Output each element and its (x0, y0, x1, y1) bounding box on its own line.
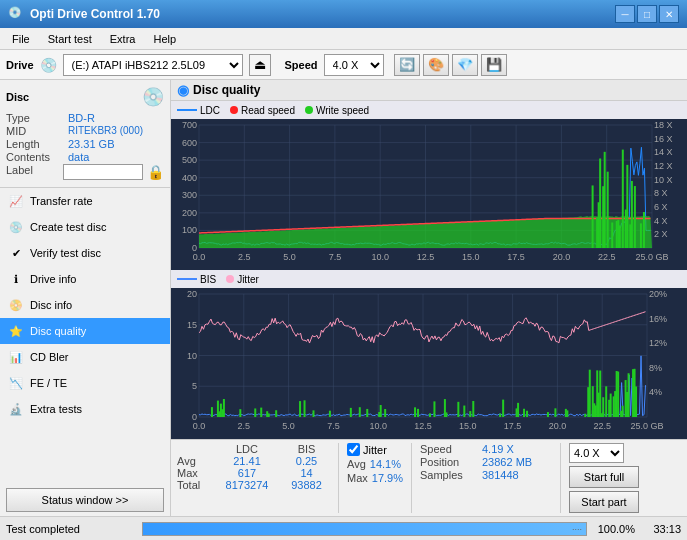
sidebar-item-fe-te[interactable]: 📉 FE / TE (0, 370, 170, 396)
legend-bis: BIS (177, 274, 216, 285)
ldc-avg: 21.41 (217, 455, 277, 467)
menu-help[interactable]: Help (145, 31, 184, 47)
chart-bottom (171, 288, 687, 439)
chart-legend-bottom: BIS Jitter (171, 270, 687, 288)
main-layout: Disc 💿 Type BD-R MID RITEKBR3 (000) Leng… (0, 80, 687, 516)
extra-tests-icon: 🔬 (8, 401, 24, 417)
drive-select[interactable]: (E:) ATAPI iHBS212 2.5L09 (63, 54, 243, 76)
quality-icon: ◉ (177, 82, 189, 98)
max-label: Max (177, 467, 215, 479)
disc-row-length: Length 23.31 GB (6, 138, 164, 150)
minimize-button[interactable]: ─ (615, 5, 635, 23)
legend-jitter: Jitter (226, 274, 259, 285)
speed-label: Speed (285, 59, 318, 71)
action-btn-4[interactable]: 💾 (481, 54, 507, 76)
start-full-button[interactable]: Start full (569, 466, 639, 488)
jitter-avg: 14.1% (370, 458, 401, 470)
chart-legend-top: LDC Read speed Write speed (171, 101, 687, 119)
sidebar-item-disc-info[interactable]: 📀 Disc info (0, 292, 170, 318)
bis-total: 93882 (279, 479, 334, 491)
samples-val: 381448 (482, 469, 552, 481)
bis-max: 14 (279, 467, 334, 479)
stats-grid: LDC BIS Avg 21.41 0.25 Max 617 14 Total … (177, 443, 334, 491)
jitter-avg-label: Avg (347, 458, 366, 470)
drive-disc-icon: 💿 (40, 57, 57, 73)
total-label: Total (177, 479, 215, 491)
label-input[interactable] (63, 164, 143, 180)
bis-col-header: BIS (279, 443, 334, 455)
disc-cd-icon: 💿 (142, 86, 164, 108)
drive-label: Drive (6, 59, 34, 71)
label-icon[interactable]: 🔒 (147, 164, 164, 180)
menu-file[interactable]: File (4, 31, 38, 47)
chart-top-canvas (171, 119, 687, 270)
jitter-max: 17.9% (372, 472, 403, 484)
speed-stats: Speed 4.19 X Position 23862 MB Samples 3… (416, 443, 556, 481)
drive-info-icon: ℹ (8, 271, 24, 287)
disc-row-label: Label 🔒 (6, 164, 164, 180)
sidebar-item-extra-tests[interactable]: 🔬 Extra tests (0, 396, 170, 422)
status-time: 33:13 (641, 523, 681, 535)
ldc-max: 617 (217, 467, 277, 479)
ldc-col-header: LDC (217, 443, 277, 455)
cd-bler-icon: 📊 (8, 349, 24, 365)
disc-quality-icon: ⭐ (8, 323, 24, 339)
action-btn-1[interactable]: 🔄 (394, 54, 420, 76)
disc-info-icon: 📀 (8, 297, 24, 313)
nav-items: 📈 Transfer rate 💿 Create test disc ✔ Ver… (0, 188, 170, 484)
position-label: Position (420, 456, 478, 468)
progress-percent: 100.0% (593, 523, 635, 535)
start-part-button[interactable]: Start part (569, 491, 639, 513)
close-button[interactable]: ✕ (659, 5, 679, 23)
sidebar-item-disc-quality[interactable]: ⭐ Disc quality (0, 318, 170, 344)
menu-start-test[interactable]: Start test (40, 31, 100, 47)
sidebar-item-drive-info[interactable]: ℹ Drive info (0, 266, 170, 292)
content-area: ◉ Disc quality LDC Read speed Write spee… (171, 80, 687, 516)
maximize-button[interactable]: □ (637, 5, 657, 23)
jitter-stats: Jitter Avg 14.1% Max 17.9% (343, 443, 407, 484)
sidebar-item-create-test[interactable]: 💿 Create test disc (0, 214, 170, 240)
status-text: Test completed (6, 523, 136, 535)
disc-info-panel: Disc 💿 Type BD-R MID RITEKBR3 (000) Leng… (0, 80, 170, 188)
action-btn-2[interactable]: 🎨 (423, 54, 449, 76)
jitter-max-label: Max (347, 472, 368, 484)
disc-row-type: Type BD-R (6, 112, 164, 124)
disc-row-mid: MID RITEKBR3 (000) (6, 125, 164, 137)
disc-quality-header: ◉ Disc quality (171, 80, 687, 101)
sidebar: Disc 💿 Type BD-R MID RITEKBR3 (000) Leng… (0, 80, 171, 516)
sidebar-item-cd-bler[interactable]: 📊 CD Bler (0, 344, 170, 370)
bis-avg: 0.25 (279, 455, 334, 467)
samples-label: Samples (420, 469, 478, 481)
eject-button[interactable]: ⏏ (249, 54, 271, 76)
position-val: 23862 MB (482, 456, 552, 468)
status-bar: Test completed ···· 100.0% 33:13 (0, 516, 687, 540)
legend-write-speed: Write speed (305, 105, 369, 116)
disc-row-contents: Contents data (6, 151, 164, 163)
action-btn-3[interactable]: 💎 (452, 54, 478, 76)
progress-dots: ···· (572, 523, 582, 535)
menu-bar: File Start test Extra Help (0, 28, 687, 50)
ldc-legend-color (177, 109, 197, 111)
status-window-button[interactable]: Status window >> (6, 488, 164, 512)
speed-label-stat: Speed (420, 443, 478, 455)
drive-bar: Drive 💿 (E:) ATAPI iHBS212 2.5L09 ⏏ Spee… (0, 50, 687, 80)
action-panel: 4.0 X 1.0 X 2.0 X 8.0 X Start full Start… (565, 443, 643, 513)
menu-extra[interactable]: Extra (102, 31, 144, 47)
legend-ldc: LDC (177, 105, 220, 116)
write-speed-legend-color (305, 106, 313, 114)
sidebar-item-verify-test[interactable]: ✔ Verify test disc (0, 240, 170, 266)
legend-read-speed: Read speed (230, 105, 295, 116)
app-icon: 💿 (8, 6, 24, 22)
sidebar-item-transfer-rate[interactable]: 📈 Transfer rate (0, 188, 170, 214)
app-title: Opti Drive Control 1.70 (30, 7, 160, 21)
create-test-icon: 💿 (8, 219, 24, 235)
jitter-checkbox[interactable] (347, 443, 360, 456)
disc-header: Disc (6, 91, 29, 103)
speed-combo-select[interactable]: 4.0 X 1.0 X 2.0 X 8.0 X (569, 443, 624, 463)
speed-select[interactable]: 4.0 X 1.0 X 2.0 X 8.0 X (324, 54, 384, 76)
transfer-rate-icon: 📈 (8, 193, 24, 209)
jitter-legend-color (226, 275, 234, 283)
stats-area: LDC BIS Avg 21.41 0.25 Max 617 14 Total … (171, 439, 687, 516)
bis-legend-color (177, 278, 197, 280)
progress-bar: ···· (142, 522, 587, 536)
